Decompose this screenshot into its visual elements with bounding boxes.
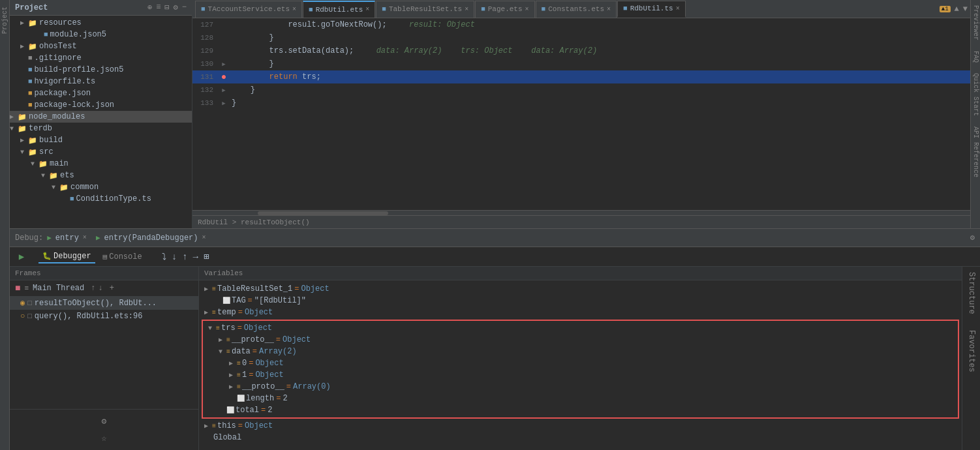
var-item-total[interactable]: ⬜ total = 2 (203, 404, 958, 416)
console-tab[interactable]: ▤ Console (99, 251, 146, 263)
line-number-128: 128 (192, 34, 219, 42)
tree-item-main[interactable]: ▼ 📁 main (10, 158, 192, 170)
project-settings-icon[interactable]: ⚙ (174, 3, 178, 12)
tree-item-terdb[interactable]: ▼ 📁 terdb (10, 123, 192, 134)
debug-entry1-close[interactable]: × (83, 234, 87, 241)
tree-item-package-lock[interactable]: ■ package-lock.json (10, 99, 192, 111)
evaluate-icon[interactable]: ⊞ (204, 251, 209, 262)
var-item-tableresultset[interactable]: ▶ ≡ TableResultSet_1 = Object (199, 283, 962, 295)
code-content-127: result.goToNextRow(); result: Object (229, 20, 970, 29)
var-item-data1[interactable]: ▶ ≡ 1 = Object (203, 369, 958, 381)
structure-icon[interactable]: Structure (967, 272, 976, 314)
previewer-btn[interactable]: Previewer (971, 0, 981, 46)
tree-arrow-common: ▼ (52, 184, 59, 191)
debug-entry2-close[interactable]: × (202, 234, 206, 241)
tree-item-resources[interactable]: ▶ 📁 resources (10, 17, 192, 29)
tree-arrow-build: ▶ (20, 136, 28, 144)
tab-close-rdbutil-ets[interactable]: × (365, 6, 369, 13)
var-type-this: Object (245, 421, 273, 430)
frame-up-icon[interactable]: ↑ (91, 284, 95, 293)
var-item-temp[interactable]: ▶ ≡ temp = Object (199, 307, 962, 318)
tree-item-src[interactable]: ▼ 📁 src (10, 146, 192, 158)
variables-tree: ▶ ≡ TableResultSet_1 = Object ⬜ TAG = "[… (199, 280, 962, 450)
debug-entry2[interactable]: entry(PandaDebugger) (104, 233, 198, 243)
tab-rdbutil-ets[interactable]: ■ RdbUtil.ets × (303, 1, 375, 18)
tab-tableresultset[interactable]: ■ TableResultSet.ts × (376, 1, 474, 18)
tab-rdbutil-ts[interactable]: ■ RdbUtil.ts × (617, 1, 686, 18)
tab-close-rdbutil-ts[interactable]: × (676, 5, 680, 12)
line-number-132: 132 (192, 86, 219, 94)
line-number-131: 131 (192, 73, 219, 81)
frame1-icon: □ (27, 299, 32, 307)
var-item-data-arr[interactable]: ▼ ≡ data = Array(2) (203, 346, 958, 357)
api-reference-btn[interactable]: API Reference (971, 121, 981, 183)
tree-label-conditiontype: ConditionType.ts (76, 194, 151, 203)
var-item-data0[interactable]: ▶ ≡ 0 = Object (203, 357, 958, 369)
project-globe-icon[interactable]: ⊕ (147, 3, 152, 12)
tree-item-ohostest[interactable]: ▶ 📁 ohosTest (10, 40, 192, 52)
editor-chevron-up[interactable]: ▲ (955, 5, 959, 14)
var-item-proto2[interactable]: ▶ ≡ __proto__ = Array(0) (203, 381, 958, 393)
faq-btn[interactable]: FAQ (971, 46, 981, 68)
tree-item-gitignore[interactable]: ■ .gitignore (10, 52, 192, 64)
step-into-icon[interactable]: ↓ (172, 252, 177, 262)
stop-icon[interactable]: ■ (15, 283, 20, 293)
tree-item-package-json[interactable]: ■ package.json (10, 87, 192, 99)
quick-start-btn[interactable]: Quick Start (971, 68, 981, 121)
frame-item-2[interactable]: ○ □ query(), RdbUtil.ets:96 (10, 310, 198, 323)
var-eq-proto1: = (276, 335, 281, 344)
tree-item-build-profile[interactable]: ■ build-profile.json5 (10, 64, 192, 76)
debug-entry1[interactable]: entry (55, 233, 79, 243)
frame-item-1[interactable]: ◉ □ resultToObject(), RdbUt... (10, 296, 198, 310)
tree-item-common[interactable]: ▼ 📁 common (10, 181, 192, 193)
tab-close-constants[interactable]: × (607, 6, 611, 13)
add-frame-icon[interactable]: + (110, 284, 114, 293)
editor-area: ■ TAccountService.ets × ■ RdbUtil.ets × … (192, 0, 970, 228)
var-icon-tableresultset: ≡ (212, 286, 216, 293)
tree-item-module-json5[interactable]: ■ module.json5 (10, 29, 192, 40)
var-item-this[interactable]: ▶ ≡ this = Object (199, 420, 962, 432)
tab-constants[interactable]: ■ Constants.ets × (536, 1, 617, 18)
tree-item-build[interactable]: ▶ 📁 build (10, 134, 192, 146)
left-sidebar: Project (0, 0, 10, 450)
tab-label-rdbutil-ts: RdbUtil.ts (630, 5, 673, 12)
editor-content[interactable]: 127 result.goToNextRow(); result: Object… (192, 18, 970, 210)
var-item-proto1[interactable]: ▶ ≡ __proto__ = Object (203, 334, 958, 346)
var-icon-this: ≡ (212, 423, 216, 430)
editor-chevron-down[interactable]: ▼ (963, 5, 968, 14)
tree-item-node-modules[interactable]: ▶ 📁 node_modules (10, 111, 192, 123)
file-icon-build-profile: ■ (28, 66, 33, 74)
debug-settings-icon[interactable]: ⚙ (970, 233, 975, 243)
sidebar-extra-icon2[interactable]: ☆ (98, 432, 111, 445)
debug-toolbar: ▶ 🐛 Debugger ▤ Console ⤵ ↓ ↑ → ⊞ (10, 247, 980, 267)
breakpoint-icon-131[interactable]: ● (221, 72, 226, 82)
var-eq-data0: = (249, 359, 253, 368)
tree-item-conditiontype[interactable]: ■ ConditionType.ts (10, 193, 192, 205)
project-collapse-icon[interactable]: ⊟ (164, 3, 169, 12)
project-close-icon[interactable]: − (182, 3, 187, 12)
tab-close-taccountservice[interactable]: × (292, 6, 296, 13)
project-list-icon[interactable]: ≡ (156, 3, 161, 12)
step-out-icon[interactable]: ↑ (182, 252, 187, 262)
var-eq-trs: = (237, 323, 242, 333)
debug-play-btn[interactable]: ▶ (15, 250, 28, 263)
favorites-icon[interactable]: Favorites (967, 330, 976, 372)
var-item-trs[interactable]: ▼ ≡ trs = Object (203, 322, 958, 334)
tab-page-ets[interactable]: ■ Page.ets × (475, 1, 534, 18)
var-item-tag[interactable]: ⬜ TAG = "[RdbUtil]" (199, 295, 962, 307)
tab-close-page-ets[interactable]: × (525, 6, 529, 13)
file-icon-package-json: ■ (28, 89, 33, 97)
frame-down-icon[interactable]: ↓ (98, 284, 102, 293)
tree-item-hvigorfile[interactable]: ■ hvigorfile.ts (10, 76, 192, 87)
step-over-icon[interactable]: ⤵ (162, 252, 166, 262)
sidebar-extra-icon1[interactable]: ⚙ (98, 415, 111, 428)
debugger-tab[interactable]: 🐛 Debugger (38, 250, 95, 263)
tab-taccountservice[interactable]: ■ TAccountService.ets × (195, 1, 302, 18)
editor-scrollbar-h[interactable] (192, 210, 970, 215)
debug-area: Debug: ▶ entry × ▶ entry(PandaDebugger) … (10, 228, 980, 450)
var-item-length[interactable]: ⬜ length = 2 (203, 393, 958, 404)
var-item-global[interactable]: Global (199, 432, 962, 443)
tab-close-tableresultset[interactable]: × (465, 6, 468, 13)
run-to-cursor-icon[interactable]: → (192, 252, 198, 262)
tree-item-ets[interactable]: ▼ 📁 ets (10, 170, 192, 181)
